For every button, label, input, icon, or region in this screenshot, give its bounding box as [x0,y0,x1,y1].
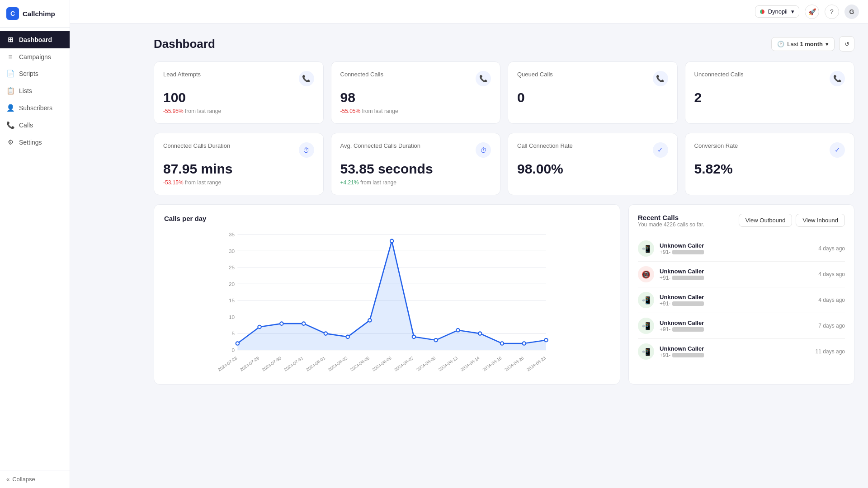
view-inbound-button[interactable]: View Inbound [796,214,845,227]
sidebar-item-lists-label: Lists [19,87,32,94]
stat-value: 53.85 seconds [340,161,491,177]
sidebar: C Callchimp ⊞ Dashboard ≡ Campaigns 📄 Sc… [0,0,70,488]
date-range-button[interactable]: 🕐 Last 1 month [771,37,835,51]
workspace-status-icon [760,9,764,14]
refresh-icon: ↺ [844,41,849,47]
sidebar-item-subscribers-label: Subscribers [19,104,52,112]
chart-area: 051015202530352024-07-282024-07-292024-0… [164,230,610,374]
svg-text:2024-08-08: 2024-08-08 [415,355,437,372]
sidebar-item-subscribers[interactable]: 👤 Subscribers [0,99,70,117]
rocket-icon-button[interactable]: 🚀 [805,5,819,19]
stat-card-queued-calls: Queued Calls 📞 0 [508,61,678,124]
svg-point-22 [302,322,305,325]
stat-icon: 📞 [653,71,668,86]
svg-text:10: 10 [229,314,235,320]
svg-text:2024-07-28: 2024-07-28 [217,355,238,372]
svg-text:2024-07-31: 2024-07-31 [283,355,304,372]
call-type-icon: 📲 [638,292,654,308]
caller-name: Unknown Caller [660,319,813,326]
scripts-icon: 📄 [6,70,14,78]
header-actions: 🕐 Last 1 month ↺ [771,36,854,52]
calls-per-day-chart: 051015202530352024-07-282024-07-292024-0… [164,230,610,374]
lists-icon: 📋 [6,87,14,95]
sidebar-item-settings[interactable]: ⚙ Settings [0,134,70,151]
stat-icon: ⏱ [299,142,314,158]
stat-value: 87.95 mins [163,161,314,177]
recent-calls-actions: View Outbound View Inbound [739,214,845,227]
stat-icon: ✓ [653,142,668,158]
subscribers-icon: 👤 [6,104,14,112]
stat-card-header: Queued Calls 📞 [517,71,668,86]
call-info: Unknown Caller +91- [660,345,810,358]
svg-point-40 [500,342,504,345]
call-type-icon: 📲 [638,343,654,360]
call-item[interactable]: 📵 Unknown Caller +91- 4 days ago [638,262,845,287]
recent-calls-subtitle: You made 4226 calls so far. [638,221,704,228]
view-outbound-button[interactable]: View Outbound [739,214,793,227]
redacted-number [672,353,704,357]
sidebar-item-calls-label: Calls [19,122,33,129]
workspace-name: Dynopii [768,8,788,15]
call-item[interactable]: 📲 Unknown Caller +91- 4 days ago [638,236,845,262]
svg-text:2024-08-01: 2024-08-01 [305,355,326,372]
stat-label: Conversion Rate [694,142,738,149]
svg-text:2024-07-30: 2024-07-30 [261,355,282,372]
call-item[interactable]: 📲 Unknown Caller +91- 7 days ago [638,313,845,339]
caller-number: +91- [660,326,813,333]
collapse-label: Collapse [12,476,35,483]
svg-text:2024-08-13: 2024-08-13 [438,355,459,372]
stat-card-connected-calls: Connected Calls 📞 98 -55.05% from last r… [331,61,501,124]
svg-point-28 [368,319,371,322]
workspace-selector[interactable]: Dynopii [755,5,799,18]
caller-number: +91- [660,249,813,255]
call-type-icon: 📵 [638,266,654,282]
call-item[interactable]: 📲 Unknown Caller +91- 11 days ago [638,339,845,364]
sidebar-item-calls[interactable]: 📞 Calls [0,117,70,134]
redacted-number [672,276,704,280]
user-avatar[interactable]: G [844,5,859,19]
stat-label: Unconnected Calls [694,71,744,78]
sidebar-nav: ⊞ Dashboard ≡ Campaigns 📄 Scripts 📋 List… [0,28,70,470]
stat-label: Connected Calls Duration [163,142,230,149]
workspace-chevron-icon [791,8,794,15]
caller-name: Unknown Caller [660,294,813,300]
bottom-section: Calls per day 051015202530352024-07-2820… [154,204,854,385]
sidebar-item-dashboard-label: Dashboard [19,36,52,43]
svg-point-24 [324,332,327,335]
stat-icon: 📞 [476,71,491,86]
app-name: Callchimp [23,10,55,18]
help-icon-button[interactable]: ? [825,5,839,19]
stat-value: 0 [517,90,668,105]
collapse-button[interactable]: « Collapse [0,470,70,488]
chart-title: Calls per day [164,215,610,222]
svg-point-38 [478,332,481,335]
redacted-number [672,327,704,332]
call-time: 11 days ago [816,348,845,355]
svg-text:2024-08-02: 2024-08-02 [327,355,349,372]
date-range-label: Last 1 month [787,41,823,47]
sidebar-item-campaigns-label: Campaigns [19,53,51,61]
refresh-button[interactable]: ↺ [839,36,854,52]
stat-card-unconnected-calls: Unconnected Calls 📞 2 [685,61,855,124]
svg-point-36 [456,328,459,332]
logo-icon: C [6,7,19,20]
svg-text:0: 0 [231,347,235,353]
stat-value: 5.82% [694,161,845,177]
collapse-icon: « [6,476,9,483]
call-item[interactable]: 📲 Unknown Caller +91- 4 days ago [638,287,845,313]
chart-card: Calls per day 051015202530352024-07-2820… [154,204,620,385]
sidebar-item-dashboard[interactable]: ⊞ Dashboard [0,31,70,48]
svg-text:2024-08-06: 2024-08-06 [371,355,392,372]
svg-text:2024-07-29: 2024-07-29 [239,355,260,372]
stat-change: -53.15% from last range [163,179,314,186]
stat-card-conversion-rate: Conversion Rate ✓ 5.82% [685,133,855,195]
sidebar-item-scripts[interactable]: 📄 Scripts [0,65,70,82]
call-time: 4 days ago [818,245,845,252]
call-info: Unknown Caller +91- [660,242,813,255]
call-time: 7 days ago [818,323,845,329]
stat-value: 98.00% [517,161,668,177]
sidebar-item-campaigns[interactable]: ≡ Campaigns [0,48,70,65]
sidebar-item-lists[interactable]: 📋 Lists [0,82,70,99]
recent-calls-title-group: Recent Calls You made 4226 calls so far. [638,214,704,234]
svg-point-18 [258,325,261,328]
